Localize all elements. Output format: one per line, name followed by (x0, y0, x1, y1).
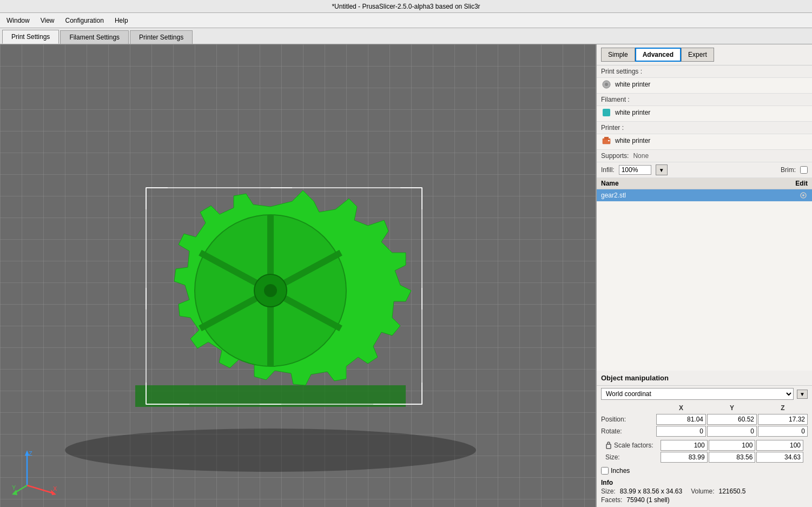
tab-bar: Print Settings Filament Settings Printer… (0, 28, 812, 44)
info-facets-row: Facets: 75940 (1 shell) (601, 496, 808, 504)
menu-help[interactable]: Help (110, 15, 133, 27)
axes-indicator: Z X Y (11, 447, 60, 496)
brim-checkbox[interactable] (800, 166, 808, 174)
title-bar: *Untitled - PrusaSlicer-2.5.0-alpha3 bas… (0, 0, 812, 13)
expert-mode-button[interactable]: Expert (681, 48, 714, 62)
inches-label: Inches (611, 467, 630, 475)
printer-label-row: Printer : (597, 122, 812, 134)
inches-row: Inches (597, 465, 812, 477)
filament-label-row: Filament : (597, 94, 812, 106)
svg-text:Y: Y (12, 484, 16, 491)
info-size-val: 83.99 x 83.56 x 34.63 (620, 488, 682, 495)
menu-view[interactable]: View (36, 15, 59, 27)
tab-printer-settings[interactable]: Printer Settings (130, 30, 193, 44)
menu-configuration[interactable]: Configuration (61, 15, 108, 27)
filament-icon (601, 107, 612, 118)
tab-print-settings[interactable]: Print Settings (2, 30, 59, 44)
svg-text:X: X (53, 485, 57, 492)
z-axis-header: Z (758, 403, 808, 413)
position-z-input[interactable] (758, 414, 808, 425)
printer-preset-row[interactable]: white printer (597, 134, 812, 150)
size-x-input[interactable] (661, 452, 708, 463)
infill-label: Infill: (601, 166, 615, 174)
print-settings-label: Print settings : (601, 68, 642, 75)
rotate-x-input[interactable] (656, 426, 706, 437)
size-z-input[interactable] (756, 452, 803, 463)
y-axis-header: Y (707, 403, 757, 413)
brim-label: Brim: (781, 166, 796, 174)
scale-x-input[interactable] (661, 440, 708, 451)
supports-value: None (633, 152, 649, 160)
filament-preset-row[interactable]: white printer (597, 106, 812, 122)
right-panel: Simple Advanced Expert Print settings : … (596, 44, 812, 507)
printer-preset: white printer (615, 137, 808, 144)
col-name-header: Name (601, 180, 786, 187)
rotate-label: Rotate: (601, 426, 655, 437)
scale-y-input[interactable] (709, 440, 756, 451)
menu-window[interactable]: Window (2, 15, 34, 27)
scale-label-row: Scale factors: (605, 440, 659, 451)
object-settings-icon[interactable] (799, 191, 808, 200)
object-list-item[interactable]: gear2.stl (597, 189, 812, 201)
tab-filament-settings[interactable]: Filament Settings (60, 30, 129, 44)
svg-rect-68 (606, 444, 611, 449)
object-list-empty (597, 201, 812, 371)
info-volume-key: Volume: (691, 488, 714, 495)
size-label: Size: (605, 452, 659, 463)
svg-point-67 (802, 194, 804, 196)
object-name: gear2.stl (601, 192, 797, 199)
scale-lock-icon[interactable] (605, 440, 612, 451)
col-edit-header: Edit (786, 180, 808, 187)
mode-buttons: Simple Advanced Expert (597, 44, 812, 65)
gear-model (27, 126, 514, 493)
print-settings-preset-row[interactable]: white printer (597, 78, 812, 94)
object-list-header: Name Edit (597, 178, 812, 189)
coord-system-select[interactable]: World coordinat (601, 388, 794, 400)
inches-checkbox[interactable] (601, 467, 609, 475)
info-volume-val: 121650.5 (718, 488, 745, 495)
manipulation-title: Object manipulation (597, 371, 812, 386)
rotate-z-input[interactable] (758, 426, 808, 437)
infill-input[interactable] (619, 165, 651, 175)
viewport-3d[interactable]: Z X Y (0, 44, 596, 507)
filament-label: Filament : (601, 96, 630, 103)
info-facets-key: Facets: (601, 496, 622, 504)
position-label: Position: (601, 414, 655, 425)
position-x-input[interactable] (656, 414, 706, 425)
svg-rect-64 (604, 137, 609, 140)
simple-mode-button[interactable]: Simple (601, 48, 635, 62)
main-layout: Z X Y Simple Advanced Expert Print setti… (0, 44, 812, 507)
svg-rect-65 (608, 140, 610, 141)
print-settings-preset: white printer (615, 81, 808, 88)
supports-row: Supports: None (597, 150, 812, 162)
title-text: *Untitled - PrusaSlicer-2.5.0-alpha3 bas… (332, 3, 480, 10)
menu-bar: Window View Configuration Help (0, 13, 812, 28)
x-axis-header: X (656, 403, 706, 413)
info-size-key: Size: (601, 488, 616, 495)
info-title: Info (601, 479, 808, 486)
scale-row: Scale factors: Size: (597, 438, 812, 465)
viewport[interactable]: Z X Y (0, 44, 596, 507)
svg-point-61 (605, 83, 608, 86)
xyz-headers: X Y Z Position: Rotate: (597, 402, 812, 438)
scale-z-input[interactable] (756, 440, 803, 451)
info-size-row: Size: 83.99 x 83.56 x 34.63 Volume: 1216… (601, 488, 808, 495)
size-y-input[interactable] (709, 452, 756, 463)
printer-icon (601, 135, 612, 146)
supports-label: Supports: (601, 152, 629, 160)
scale-grid: Scale factors: Size: (601, 439, 808, 464)
print-settings-row: Print settings : (597, 65, 812, 78)
infill-brim-row: Infill: ▼ Brim: (597, 162, 812, 178)
advanced-mode-button[interactable]: Advanced (635, 48, 681, 62)
position-y-input[interactable] (707, 414, 757, 425)
printer-label: Printer : (601, 124, 624, 131)
coord-system-arrow[interactable]: ▼ (797, 390, 808, 399)
rotate-y-input[interactable] (707, 426, 757, 437)
info-facets-val: 75940 (1 shell) (626, 496, 669, 504)
info-section: Info Size: 83.99 x 83.56 x 34.63 Volume:… (597, 477, 812, 507)
print-settings-icon (601, 79, 612, 90)
infill-dropdown-button[interactable]: ▼ (656, 164, 668, 175)
scale-factors-label: Scale factors: (614, 442, 653, 449)
svg-text:Z: Z (29, 450, 32, 457)
coord-system-row: World coordinat ▼ (597, 386, 812, 402)
